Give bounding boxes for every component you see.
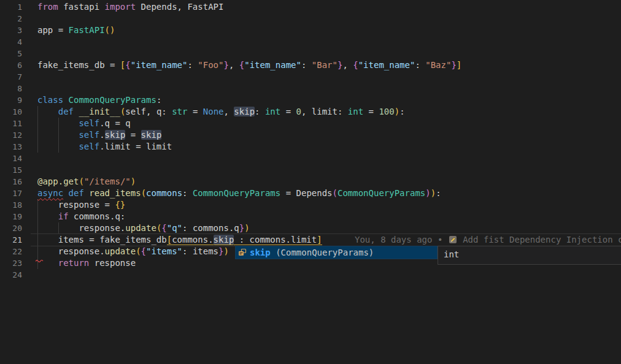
code-text: from fastapi import Depends, FastAPI	[37, 2, 223, 12]
line-number[interactable]: 6	[0, 59, 22, 71]
code-line[interactable]: 6fake_items_db = [{"item_name": "Foo"}, …	[0, 59, 621, 71]
suggestion-type-info: int	[444, 249, 459, 259]
code-text: items = fake_items_db[commons.skip : com…	[37, 235, 322, 245]
line-number[interactable]: 19	[0, 211, 22, 222]
code-line[interactable]: 20 response.update({"q": commons.q})	[0, 222, 621, 234]
line-number[interactable]: 12	[0, 129, 22, 141]
code-text: if commons.q:	[37, 211, 125, 221]
line-number[interactable]: 5	[0, 48, 22, 59]
code-line[interactable]: 2	[0, 13, 621, 25]
code-line[interactable]: 18 response = {}	[0, 199, 621, 211]
code-text: self.limit = limit	[37, 142, 172, 151]
line-number[interactable]: 1	[0, 1, 22, 13]
code-line[interactable]: 24	[0, 269, 621, 281]
blame-author-time: You, 8 days ago	[355, 235, 432, 245]
code-line[interactable]: 15	[0, 164, 621, 176]
code-text: return response	[37, 258, 136, 268]
line-number[interactable]: 15	[0, 164, 22, 176]
code-line[interactable]: 5	[0, 48, 621, 59]
code-line[interactable]: 9class CommonQueryParams:	[0, 94, 621, 106]
line-number[interactable]: 18	[0, 199, 22, 211]
line-number[interactable]: 16	[0, 176, 22, 188]
line-number[interactable]: 8	[0, 83, 22, 94]
line-number[interactable]: 7	[0, 71, 22, 83]
code-line[interactable]: 4	[0, 36, 621, 48]
code-editor[interactable]: 1from fastapi import Depends, FastAPI23a…	[0, 0, 621, 364]
code-text: response = {}	[37, 200, 125, 210]
suggestion-detail: (CommonQueryParams)	[276, 248, 374, 257]
code-text: class CommonQueryParams:	[37, 95, 161, 105]
suggestion-type-panel: int	[438, 246, 621, 265]
code-text: @app.get("/items/")	[37, 176, 136, 186]
code-line[interactable]: 17async def read_items(commons: CommonQu…	[0, 188, 621, 199]
code-text: def __init__(self, q: str = None, skip: …	[37, 107, 405, 116]
suggestion-item-skip[interactable]: skip (CommonQueryParams)	[235, 246, 438, 259]
git-blame-annotation: You, 8 days ago • Add fist Dependency In…	[355, 234, 621, 246]
line-number[interactable]: 13	[0, 141, 22, 153]
line-number[interactable]: 3	[0, 25, 22, 36]
line-number[interactable]: 14	[0, 153, 22, 164]
code-line[interactable]: 8	[0, 83, 621, 94]
code-line[interactable]: 13 self.limit = limit	[0, 141, 621, 153]
line-number[interactable]: 2	[0, 13, 22, 25]
line-number[interactable]: 23	[0, 257, 22, 269]
suggestion-label: skip	[250, 248, 271, 257]
line-number[interactable]: 4	[0, 36, 22, 48]
line-number[interactable]: 11	[0, 118, 22, 129]
memo-pencil-icon	[448, 235, 458, 245]
line-number[interactable]: 9	[0, 94, 22, 106]
line-number[interactable]: 21	[0, 234, 22, 246]
blame-commit-message: Add fist Dependency Injection c	[463, 235, 621, 245]
line-number[interactable]: 20	[0, 222, 22, 234]
line-number[interactable]: 22	[0, 246, 22, 257]
code-line[interactable]: 11 self.q = q	[0, 118, 621, 129]
line-number[interactable]: 10	[0, 106, 22, 118]
error-squiggle	[36, 253, 45, 265]
code-text: self.q = q	[37, 118, 131, 128]
code-text: async def read_items(commons: CommonQuer…	[37, 188, 441, 198]
code-line[interactable]: 7	[0, 71, 621, 83]
code-line[interactable]: 14	[0, 153, 621, 164]
code-line[interactable]: 1from fastapi import Depends, FastAPI	[0, 1, 621, 13]
code-line[interactable]: 10 def __init__(self, q: str = None, ski…	[0, 106, 621, 118]
code-text: response.update({"items": items})	[37, 246, 229, 256]
line-number[interactable]: 24	[0, 269, 22, 281]
code-text: fake_items_db = [{"item_name": "Foo"}, {…	[37, 60, 461, 70]
field-icon	[237, 248, 247, 257]
code-line[interactable]: 19 if commons.q:	[0, 211, 621, 222]
code-text: app = FastAPI()	[37, 25, 115, 35]
code-text: self.skip = skip	[37, 130, 161, 140]
code-line[interactable]: 12 self.skip = skip	[0, 129, 621, 141]
code-line[interactable]: 16@app.get("/items/")	[0, 176, 621, 188]
line-number[interactable]: 17	[0, 188, 22, 199]
code-text: response.update({"q": commons.q})	[37, 223, 250, 233]
code-line[interactable]: 3app = FastAPI()	[0, 25, 621, 36]
